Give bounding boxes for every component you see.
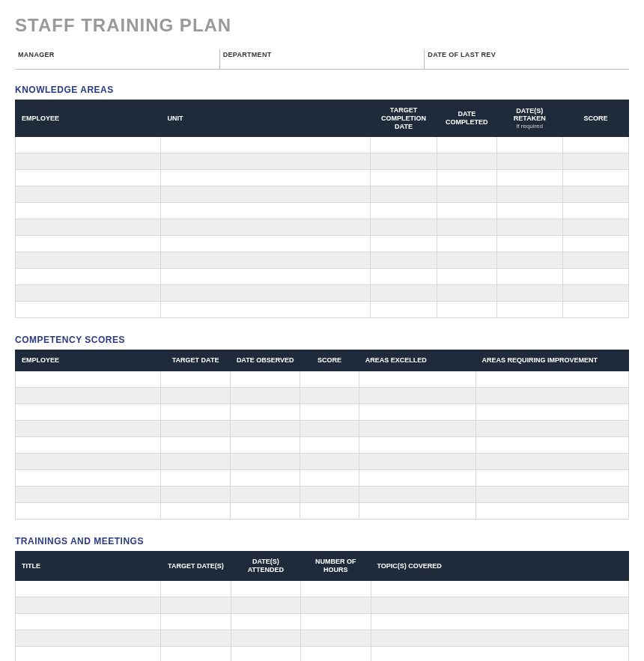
table-cell[interactable] [16, 597, 161, 613]
table-cell[interactable] [16, 236, 161, 252]
table-cell[interactable] [562, 203, 628, 219]
table-cell[interactable] [161, 404, 231, 421]
table-cell[interactable] [161, 186, 371, 203]
table-cell[interactable] [16, 371, 161, 388]
table-cell[interactable] [300, 421, 359, 437]
table-cell[interactable] [562, 236, 628, 252]
table-cell[interactable] [16, 487, 161, 503]
meta-manager[interactable]: MANAGER [15, 49, 219, 70]
table-cell[interactable] [161, 252, 371, 269]
table-cell[interactable] [496, 285, 562, 302]
table-cell[interactable] [16, 613, 161, 630]
table-cell[interactable] [161, 503, 231, 520]
table-cell[interactable] [370, 252, 437, 269]
table-cell[interactable] [16, 203, 161, 219]
table-cell[interactable] [371, 597, 629, 613]
table-cell[interactable] [371, 580, 629, 597]
table-cell[interactable] [476, 421, 628, 437]
table-cell[interactable] [230, 388, 300, 404]
table-cell[interactable] [16, 646, 161, 661]
table-cell[interactable] [16, 302, 161, 318]
table-cell[interactable] [476, 371, 628, 388]
table-cell[interactable] [231, 630, 301, 646]
table-cell[interactable] [370, 203, 437, 219]
table-cell[interactable] [300, 388, 359, 404]
table-cell[interactable] [16, 630, 161, 646]
table-cell[interactable] [16, 137, 161, 153]
table-cell[interactable] [16, 454, 161, 470]
table-cell[interactable] [161, 219, 371, 236]
table-cell[interactable] [359, 421, 476, 437]
table-cell[interactable] [161, 285, 371, 302]
table-cell[interactable] [371, 630, 629, 646]
table-cell[interactable] [371, 613, 629, 630]
table-cell[interactable] [562, 186, 628, 203]
table-cell[interactable] [300, 437, 359, 454]
table-cell[interactable] [301, 597, 371, 613]
table-cell[interactable] [437, 203, 496, 219]
table-cell[interactable] [16, 470, 161, 487]
meta-department[interactable]: DEPARTMENT [219, 49, 425, 70]
table-cell[interactable] [437, 285, 496, 302]
table-cell[interactable] [16, 153, 161, 170]
table-cell[interactable] [437, 170, 496, 186]
table-cell[interactable] [16, 219, 161, 236]
table-cell[interactable] [370, 302, 437, 318]
table-cell[interactable] [301, 613, 371, 630]
table-cell[interactable] [496, 170, 562, 186]
table-cell[interactable] [359, 470, 476, 487]
table-cell[interactable] [359, 487, 476, 503]
table-cell[interactable] [359, 404, 476, 421]
table-cell[interactable] [231, 646, 301, 661]
table-cell[interactable] [359, 503, 476, 520]
table-cell[interactable] [496, 219, 562, 236]
table-cell[interactable] [476, 470, 628, 487]
table-cell[interactable] [300, 487, 359, 503]
table-cell[interactable] [476, 487, 628, 503]
table-cell[interactable] [562, 302, 628, 318]
table-cell[interactable] [230, 470, 300, 487]
table-cell[interactable] [301, 580, 371, 597]
table-cell[interactable] [359, 371, 476, 388]
table-cell[interactable] [370, 186, 437, 203]
table-cell[interactable] [359, 388, 476, 404]
table-cell[interactable] [230, 437, 300, 454]
table-cell[interactable] [370, 236, 437, 252]
table-cell[interactable] [476, 437, 628, 454]
table-cell[interactable] [231, 597, 301, 613]
table-cell[interactable] [496, 269, 562, 285]
table-cell[interactable] [16, 503, 161, 520]
table-cell[interactable] [496, 302, 562, 318]
table-cell[interactable] [301, 646, 371, 661]
table-cell[interactable] [161, 137, 371, 153]
table-cell[interactable] [16, 580, 161, 597]
meta-last-rev[interactable]: DATE OF LAST REV [424, 49, 629, 70]
table-cell[interactable] [230, 503, 300, 520]
table-cell[interactable] [300, 371, 359, 388]
table-cell[interactable] [161, 597, 231, 613]
table-cell[interactable] [231, 613, 301, 630]
table-cell[interactable] [16, 252, 161, 269]
table-cell[interactable] [161, 613, 231, 630]
table-cell[interactable] [16, 269, 161, 285]
table-cell[interactable] [496, 186, 562, 203]
table-cell[interactable] [230, 371, 300, 388]
table-cell[interactable] [161, 302, 371, 318]
table-cell[interactable] [496, 153, 562, 170]
table-cell[interactable] [359, 437, 476, 454]
table-cell[interactable] [371, 646, 629, 661]
table-cell[interactable] [562, 252, 628, 269]
table-cell[interactable] [437, 186, 496, 203]
table-cell[interactable] [562, 269, 628, 285]
table-cell[interactable] [16, 388, 161, 404]
table-cell[interactable] [496, 236, 562, 252]
table-cell[interactable] [161, 454, 231, 470]
table-cell[interactable] [16, 421, 161, 437]
table-cell[interactable] [300, 503, 359, 520]
table-cell[interactable] [496, 203, 562, 219]
table-cell[interactable] [476, 404, 628, 421]
table-cell[interactable] [161, 153, 371, 170]
table-cell[interactable] [300, 470, 359, 487]
table-cell[interactable] [496, 252, 562, 269]
table-cell[interactable] [437, 269, 496, 285]
